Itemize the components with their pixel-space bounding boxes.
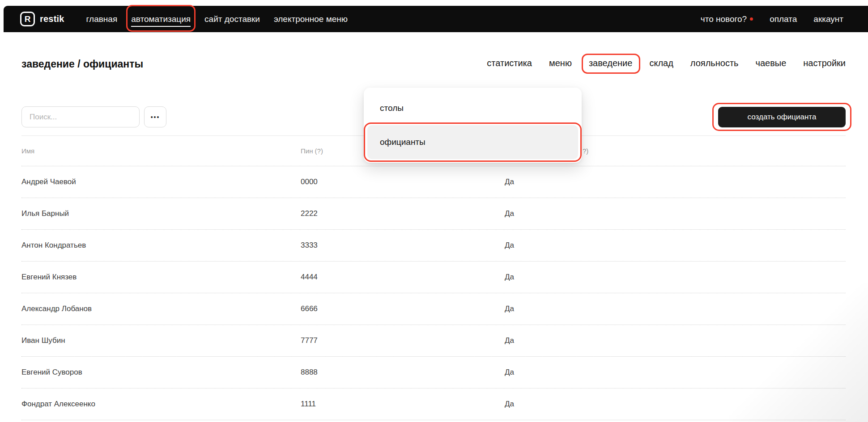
topbar-nav: главная автоматизация сайт доставки элек…	[86, 13, 348, 25]
cell-status: Да	[505, 368, 846, 377]
topbar-item-akkaunt[interactable]: аккаунт	[813, 14, 843, 24]
table-row[interactable]: Евгений Суворов 8888 Да	[21, 357, 846, 388]
topbar-item-sayt-dostavki[interactable]: сайт доставки	[204, 13, 260, 25]
page: R restik главная автоматизация сайт дост…	[0, 0, 868, 422]
tab-zavedenie-label: заведение	[589, 58, 633, 68]
table-row[interactable]: Евгений Князев 4444 Да	[21, 262, 846, 293]
zavedenie-dropdown: столы официанты	[364, 88, 582, 163]
tab-chaevye[interactable]: чаевые	[756, 58, 787, 68]
cell-pin: 8888	[301, 368, 505, 377]
cell-pin: 4444	[301, 273, 505, 282]
cell-status: Да	[505, 304, 846, 313]
cell-status: Да	[505, 400, 846, 409]
cell-status: Да	[505, 241, 846, 250]
dropdown-item-ofitsianty[interactable]: официанты	[367, 125, 578, 159]
restik-logo-text: restik	[40, 14, 64, 24]
cell-name: Иван Шубин	[21, 336, 301, 345]
dropdown-item-label: официанты	[380, 137, 425, 147]
cell-name: Евгений Князев	[21, 273, 301, 282]
table-row[interactable]: Александр Лобанов 6666 Да	[21, 293, 846, 325]
tab-menyu[interactable]: меню	[549, 58, 572, 68]
topbar-item-whats-new[interactable]: что нового?	[701, 14, 753, 24]
topbar-item-oplata[interactable]: оплата	[770, 14, 797, 24]
column-header-name: Имя	[21, 147, 301, 155]
cell-pin: 3333	[301, 241, 505, 250]
waiters-table: Имя Пин (?) ?) Андрей Чаевой 0000 Да Иль…	[21, 135, 846, 420]
table-row[interactable]: Андрей Чаевой 0000 Да	[21, 166, 846, 198]
cell-name: Александр Лобанов	[21, 304, 301, 313]
topbar-item-label: электронное меню	[274, 14, 348, 24]
cell-pin: 0000	[301, 177, 505, 186]
cell-status: Да	[505, 336, 846, 345]
cell-name: Евгений Суворов	[21, 368, 301, 377]
topbar-item-label: сайт доставки	[204, 14, 260, 24]
whats-new-label: что нового?	[701, 14, 747, 24]
topbar: R restik главная автоматизация сайт дост…	[4, 6, 868, 32]
restik-logo[interactable]: R restik	[20, 12, 64, 26]
oplata-label: оплата	[770, 14, 797, 24]
cell-status: Да	[505, 177, 846, 186]
tab-statistika[interactable]: статистика	[487, 58, 532, 68]
topbar-item-label: главная	[86, 14, 118, 24]
tab-zavedenie[interactable]: заведение	[589, 58, 633, 68]
akkaunt-label: аккаунт	[813, 14, 843, 24]
table-row[interactable]: Фондрат Алексеенко 1111 Да	[21, 388, 846, 420]
table-row[interactable]: Иван Шубин 7777 Да	[21, 325, 846, 357]
topbar-item-glavnaya[interactable]: главная	[86, 13, 118, 25]
notification-dot-icon	[750, 17, 753, 21]
column-header-partial: ?)	[583, 135, 588, 166]
tab-nastroyki[interactable]: настройки	[803, 58, 846, 68]
table-row[interactable]: Илья Барный 2222 Да	[21, 198, 846, 230]
section-nav: статистика меню заведение склад лояльнос…	[487, 58, 846, 68]
cell-name: Антон Кондратьев	[21, 241, 301, 250]
table-row[interactable]: Антон Кондратьев 3333 Да	[21, 230, 846, 262]
cell-status: Да	[505, 209, 846, 218]
search-input[interactable]	[21, 106, 140, 127]
breadcrumb: заведение / официанты	[21, 58, 143, 70]
topbar-right: что нового? оплата аккаунт	[701, 14, 843, 24]
more-options-button[interactable]: •••	[144, 106, 166, 127]
cell-pin: 6666	[301, 304, 505, 313]
cell-name: Илья Барный	[21, 209, 301, 218]
restik-logo-icon: R	[20, 12, 35, 26]
cell-name: Андрей Чаевой	[21, 177, 301, 186]
create-waiter-button[interactable]: создать официанта	[718, 107, 846, 127]
cell-pin: 1111	[301, 400, 505, 409]
tab-loyalnost[interactable]: лояльность	[690, 58, 739, 68]
cell-pin: 2222	[301, 209, 505, 218]
ellipsis-icon: •••	[151, 114, 160, 121]
topbar-item-label: автоматизация	[131, 14, 191, 27]
cell-name: Фондрат Алексеенко	[21, 400, 301, 409]
cell-status: Да	[505, 273, 846, 282]
cell-pin: 7777	[301, 336, 505, 345]
dropdown-item-stoly[interactable]: столы	[367, 91, 578, 125]
tab-sklad[interactable]: склад	[649, 58, 673, 68]
topbar-item-elektronnoe-menyu[interactable]: электронное меню	[274, 13, 348, 25]
topbar-item-avtomatizaciya[interactable]: автоматизация	[131, 13, 191, 25]
